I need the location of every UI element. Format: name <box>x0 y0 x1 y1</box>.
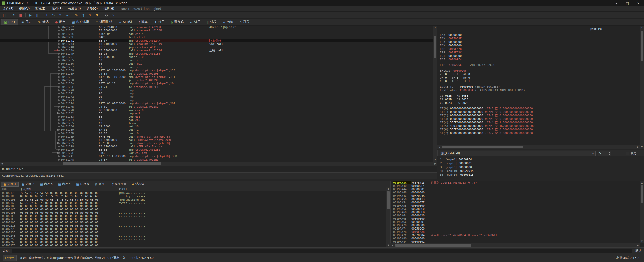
tab-threads[interactable]: ∥线程 <box>204 19 219 25</box>
disasm-row[interactable]: 0040123C83C4 04add esp,4 <box>0 32 433 36</box>
dump-tab-struct[interactable]: ◆结构体 <box>129 182 147 187</box>
disasm-row[interactable]: 00401258817D 0C 10010000cmp dword ptr ss… <box>0 69 433 72</box>
menu-view[interactable]: 视图(V) <box>16 6 32 12</box>
breakpoint-dot[interactable] <box>57 151 61 155</box>
dump-row[interactable]: 0040227E00 00 00 00 00 00 00 00 00 00 00… <box>0 244 390 247</box>
tab-cpu[interactable]: ▣CPU <box>1 19 18 25</box>
command-profile[interactable]: 默认 <box>635 249 641 253</box>
menu-file[interactable]: 文件(F) <box>0 6 16 12</box>
scrollbar-thumb[interactable] <box>442 146 523 148</box>
register-line[interactable]: EIP 771D2C5C win32u.771D2C5C <box>440 63 640 67</box>
scroll-down-icon[interactable]: ▼ <box>640 239 644 243</box>
register-line[interactable]: EFLAGS 00000206 <box>440 69 640 73</box>
disasm-row[interactable]: 0040128DFF75 08push dword ptr ss:[ebp+8] <box>0 135 433 138</box>
breakpoint-dot[interactable] <box>57 26 61 29</box>
disasm-row[interactable]: 00401274817D 0C 01020000cmp dword ptr ss… <box>0 102 433 105</box>
tab-symbols[interactable]: ♦符号 <box>151 19 168 25</box>
register-line[interactable]: ST(3) 00000000000000000000 x87r3 空 0.000… <box>440 117 640 121</box>
register-line[interactable]: ST(5) 40038000000000000000 x87r5 空 16.00… <box>440 124 640 128</box>
disasm-row[interactable]: 0040125656push esi <box>0 62 433 66</box>
breakpoint-dot[interactable] <box>57 105 61 108</box>
tab-source[interactable]: §源代码 <box>168 19 187 25</box>
disasm-row[interactable]: 0040126874 35je crackme2.40129F <box>0 79 433 82</box>
breakpoint-dot[interactable] <box>57 145 61 148</box>
dump-row[interactable]: 0040222E00 00 00 00 00 00 00 00 00 00 00… <box>0 227 390 231</box>
scroll-down-icon[interactable]: ▼ <box>640 145 644 149</box>
disasm-row[interactable]: 00401298E8 67010000call <JMP.&SetFocus> <box>0 145 433 148</box>
disasm-row[interactable]: 0040123F84C9test cl,cl <box>0 36 433 39</box>
breakpoint-dot[interactable] <box>57 82 61 85</box>
disasm-row[interactable]: 0040127B74 0Cje crackme2.401289 <box>0 105 433 108</box>
stack-vertical-scrollbar[interactable]: ▲ ▼ <box>640 181 644 243</box>
register-line[interactable]: ST(2) 00000000000000000000 x87r2 空 0.000… <box>440 114 640 117</box>
stack-horizontal-scrollbar[interactable]: ◀ ▶ <box>390 243 640 247</box>
breakpoint-dot[interactable] <box>57 128 61 132</box>
disasm-row[interactable]: 0040125F74 34je crackme2.401295 <box>0 72 433 75</box>
stack-row[interactable]: 0019FA4800000000 <box>391 191 644 194</box>
dump-row[interactable]: 0040221E00 00 00 00 00 00 00 00 00 00 00… <box>0 224 390 227</box>
stack-row[interactable]: 0019FA6400000420 <box>391 214 644 217</box>
disassembly-vertical-scrollbar[interactable]: ▲ ▼ <box>433 26 437 162</box>
dump-row[interactable]: 0040224E00 00 00 00 00 00 00 00 00 00 00… <box>0 234 390 237</box>
register-line[interactable]: ES 002B DS 002B <box>440 98 640 101</box>
dump-tab-locals[interactable]: ƒ局部变量 <box>110 182 129 187</box>
registers-horizontal-scrollbar[interactable]: ◀ ▶ <box>437 145 640 149</box>
stack-arg-row[interactable]: 3: [esp+C] 00000000 <box>440 165 641 169</box>
breakpoint-dot[interactable] <box>57 109 61 112</box>
disasm-row[interactable]: 004012825Fpop edi <box>0 112 433 115</box>
breakpoint-dot[interactable] <box>57 46 61 49</box>
breakpoint-dot[interactable] <box>57 92 61 95</box>
breakpoint-dot[interactable] <box>57 85 61 89</box>
disasm-row[interactable]: 0040125553push ebx <box>0 59 433 62</box>
scroll-down-icon[interactable]: ▼ <box>433 158 437 162</box>
dump-row[interactable]: 0040217E7C 57 40 47 5C 58 00 00 00 00 00… <box>0 191 390 195</box>
tab-memory-map[interactable]: ▦内存布局 <box>69 19 92 25</box>
register-line[interactable]: EDI 001009F4 <box>440 58 640 61</box>
breakpoint-dot[interactable] <box>57 55 61 59</box>
dump-row[interactable]: 0040218E00 00 00 00 54 72 79 20 74 6F 20… <box>0 195 390 198</box>
stack-row[interactable]: 0019FA8000000000 <box>391 237 644 240</box>
breakpoint-dot[interactable] <box>57 122 61 125</box>
breakpoint-dot[interactable] <box>57 125 61 128</box>
scroll-right-icon[interactable]: ▶ <box>433 162 437 166</box>
stack-row[interactable]: 0019FA6800000000 <box>391 217 644 220</box>
registers-pane[interactable]: 隐藏FPU EAX 00000000EBX 00170A9EECX 000000… <box>437 26 640 145</box>
dump-row[interactable]: 004021FE00 00 00 00 00 00 00 00 00 00 00… <box>0 218 390 221</box>
register-line[interactable]: EAX 00000000 <box>440 33 640 37</box>
disasm-row[interactable]: 0040123268 7E214000push crackme2.40217E4… <box>0 26 433 29</box>
breakpoint-dot[interactable] <box>57 69 61 72</box>
register-line[interactable]: EDX 00000000 <box>440 44 640 47</box>
open-file-button[interactable]: ▤ <box>1 12 8 18</box>
menu-favourites[interactable]: 收藏夹(I) <box>65 6 84 12</box>
scroll-down-icon[interactable]: ▼ <box>386 243 390 247</box>
menu-plugins[interactable]: 插件(P) <box>49 6 65 12</box>
breakpoint-dot[interactable] <box>57 42 61 46</box>
breakpoint-dot[interactable] <box>57 115 61 118</box>
register-line[interactable]: EBP 0019FA78 <box>440 47 640 51</box>
stack-row[interactable]: 0019FA780019FAA8 <box>391 230 644 234</box>
breakpoint-dot[interactable] <box>57 39 61 42</box>
tab-script[interactable]: ƒ脚本 <box>136 19 151 25</box>
dump-tab-memory-3[interactable]: ▦内存 3 <box>37 182 55 187</box>
breakpoint-dot[interactable] <box>57 66 61 69</box>
menu-help[interactable]: 帮助(H) <box>101 6 117 12</box>
dump-row[interactable]: 0040223E00 00 00 00 00 00 00 00 00 00 00… <box>0 231 390 234</box>
scrollbar-thumb[interactable] <box>641 31 643 61</box>
menu-options[interactable]: 选项(O) <box>84 6 101 12</box>
stack-arg-row[interactable]: 1: [esp+4] 001009F4 <box>440 158 641 161</box>
breakpoint-dot[interactable] <box>57 72 61 75</box>
breakpoint-dot[interactable] <box>57 52 61 55</box>
register-line[interactable]: CF 0 TF 0 IF 1 <box>440 80 640 83</box>
register-line[interactable]: OF 0 SF 0 DF 0 <box>440 76 640 80</box>
stack-row[interactable]: 0019FA5000000113 <box>391 198 644 201</box>
dump-tab-memory-4[interactable]: ▦内存 4 <box>56 182 73 187</box>
dump-row[interactable]: 004021CE00 00 00 00 00 00 00 00 00 00 00… <box>0 208 390 211</box>
disasm-row[interactable]: 00401290E8 87010000call <JMP.&Invalidate… <box>0 138 433 142</box>
disasm-row[interactable]: 00401295FF75 08push dword ptr ss:[ebp+8] <box>0 142 433 145</box>
dump-row[interactable]: 0040225E00 00 00 00 00 00 00 00 00 00 00… <box>0 237 390 241</box>
run-to-cursor-button[interactable]: ⇥ <box>64 12 70 18</box>
disasm-row[interactable]: 0040124AE8 E5000000call crackme2.401334正… <box>0 49 433 52</box>
dump-row[interactable]: 0040220E00 00 00 00 00 00 00 00 00 00 00… <box>0 221 390 224</box>
tab-seh[interactable]: ∞SEH链 <box>116 19 135 25</box>
disassembly-pane[interactable]: 0040123268 7E214000push crackme2.40217E4… <box>0 26 433 162</box>
